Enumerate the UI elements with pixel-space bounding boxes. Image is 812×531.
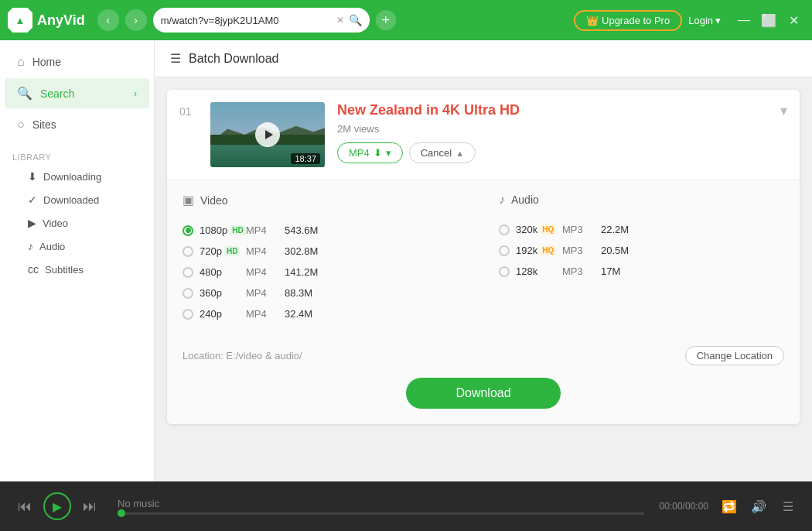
audio-col-title: Audio xyxy=(511,194,539,206)
sidebar-downloading-label: Downloading xyxy=(43,171,101,183)
prev-button[interactable]: ⏮ xyxy=(12,494,37,519)
radio-480p-wrap[interactable] xyxy=(183,267,200,278)
cancel-label: Cancel xyxy=(421,147,452,159)
cancel-chevron-icon: ▲ xyxy=(455,149,464,158)
size-192k: 20.5M xyxy=(601,245,629,256)
downloading-icon: ⬇ xyxy=(28,170,37,183)
video-col-title: Video xyxy=(200,194,228,207)
expand-icon[interactable]: ▾ xyxy=(780,102,787,119)
radio-360p[interactable] xyxy=(183,288,193,299)
video-thumbnail: 18:37 xyxy=(210,102,325,167)
video-views: 2M views xyxy=(337,123,787,135)
change-location-button[interactable]: Change Location xyxy=(685,346,784,365)
batch-header: ☰ Batch Download xyxy=(155,40,812,77)
player-controls: ⏮ ▶ ⏭ xyxy=(12,492,102,520)
url-search-icon[interactable]: 🔍 xyxy=(349,14,362,26)
hq-badge-192k: HQ xyxy=(540,245,556,255)
fmt-mp4-720p: MP4 xyxy=(246,245,285,257)
radio-320k-wrap[interactable] xyxy=(499,224,516,235)
radio-192k-wrap[interactable] xyxy=(499,245,516,256)
sidebar-downloaded-label: Downloaded xyxy=(43,194,99,206)
res-360p: 360p xyxy=(200,287,246,299)
url-bar[interactable]: m/watch?v=8jypK2U1AM0 ✕ 🔍 xyxy=(153,8,370,33)
close-button[interactable]: ✕ xyxy=(783,9,804,31)
format-columns: ▣ Video 1080pHD MP4 543.6M xyxy=(183,193,784,324)
res-480p: 480p xyxy=(200,266,246,278)
format-row-1080p: 1080pHD MP4 543.6M xyxy=(183,220,468,241)
radio-128k[interactable] xyxy=(499,266,510,277)
nav-forward-button[interactable]: › xyxy=(125,9,147,31)
size-480p: 141.2M xyxy=(285,266,318,278)
radio-720p[interactable] xyxy=(183,246,193,257)
radio-1080p-wrap[interactable] xyxy=(183,225,200,236)
hq-badge-320k: HQ xyxy=(540,224,556,235)
radio-360p-wrap[interactable] xyxy=(183,288,200,299)
nav-back-button[interactable]: ‹ xyxy=(97,9,119,31)
mp4-button[interactable]: MP4 ⬇ ▾ xyxy=(337,142,403,163)
res-320k: 320kHQ xyxy=(516,224,562,235)
format-row-240p: 240p MP4 32.4M xyxy=(183,303,468,324)
volume-button[interactable]: 🔊 xyxy=(747,495,770,518)
fmt-mp4-360p: MP4 xyxy=(246,287,285,299)
sidebar-item-downloaded[interactable]: ✓ Downloaded xyxy=(0,188,154,211)
play-pause-button[interactable]: ▶ xyxy=(43,492,71,520)
playlist-button[interactable]: ☰ xyxy=(776,495,800,518)
sidebar-subtitles-label: Subtitles xyxy=(45,264,84,276)
sidebar-item-home[interactable]: ⌂ Home xyxy=(5,47,149,77)
video-icon: ▶ xyxy=(28,217,36,229)
download-button[interactable]: Download xyxy=(406,378,561,409)
cancel-button[interactable]: Cancel ▲ xyxy=(409,142,476,163)
download-arrow-icon: ⬇ xyxy=(374,147,382,159)
video-title: New Zealand in 4K Ultra HD xyxy=(337,102,787,118)
res-720p: 720pHD xyxy=(200,245,246,257)
player-extra-controls: 🔁 🔊 ☰ xyxy=(718,495,800,518)
radio-720p-wrap[interactable] xyxy=(183,246,200,257)
radio-240p-wrap[interactable] xyxy=(183,309,200,320)
audio-col-header: ♪ Audio xyxy=(499,193,784,210)
main-layout: ⌂ Home 🔍 Search › ○ Sites Library ⬇ Down… xyxy=(0,40,812,481)
video-col-icon: ▣ xyxy=(183,193,194,207)
radio-192k[interactable] xyxy=(499,245,510,256)
sidebar-sites-label: Sites xyxy=(32,118,56,131)
progress-bar[interactable] xyxy=(118,512,644,515)
upgrade-button[interactable]: 👑 Upgrade to Pro xyxy=(574,10,682,31)
audio-col-icon: ♪ xyxy=(499,193,505,207)
hd-badge-720p: HD xyxy=(224,246,240,256)
radio-320k[interactable] xyxy=(499,224,510,235)
minimize-button[interactable]: — xyxy=(733,9,755,31)
sidebar-item-sites[interactable]: ○ Sites xyxy=(5,110,149,139)
library-section-label: Library xyxy=(0,146,154,165)
sidebar-item-downloading[interactable]: ⬇ Downloading xyxy=(0,165,154,188)
size-128k: 17M xyxy=(601,266,620,277)
mp4-label: MP4 xyxy=(349,147,370,159)
card-header: 01 18:37 New Zea xyxy=(167,90,800,180)
maximize-button[interactable]: ⬜ xyxy=(758,9,780,31)
sidebar-audio-label: Audio xyxy=(39,241,65,252)
subtitles-icon: cc xyxy=(28,263,39,276)
titlebar: ▲ AnyVid ‹ › m/watch?v=8jypK2U1AM0 ✕ 🔍 +… xyxy=(0,0,812,40)
next-button[interactable]: ⏭ xyxy=(77,494,102,519)
radio-128k-wrap[interactable] xyxy=(499,266,516,277)
radio-1080p[interactable] xyxy=(183,225,193,236)
res-128k: 128k xyxy=(516,266,562,277)
size-360p: 88.3M xyxy=(285,287,312,299)
play-icon[interactable] xyxy=(255,122,280,147)
login-label: Login xyxy=(688,15,713,26)
format-row-128k: 128k MP3 17M xyxy=(499,261,784,282)
login-button[interactable]: Login ▾ xyxy=(688,15,721,26)
video-col-header: ▣ Video xyxy=(183,193,468,211)
sidebar-item-audio[interactable]: ♪ Audio xyxy=(0,235,154,258)
url-text: m/watch?v=8jypK2U1AM0 xyxy=(161,15,332,26)
card-area: 01 18:37 New Zea xyxy=(155,77,812,481)
video-index: 01 xyxy=(179,102,198,118)
radio-480p[interactable] xyxy=(183,267,193,278)
radio-240p[interactable] xyxy=(183,309,193,320)
add-tab-button[interactable]: + xyxy=(376,10,396,30)
size-720p: 302.8M xyxy=(285,245,318,257)
video-format-column: ▣ Video 1080pHD MP4 543.6M xyxy=(183,193,468,324)
sidebar-item-subtitles[interactable]: cc Subtitles xyxy=(0,258,154,281)
sidebar-item-search[interactable]: 🔍 Search › xyxy=(5,78,149,108)
url-close-icon[interactable]: ✕ xyxy=(336,15,344,26)
repeat-button[interactable]: 🔁 xyxy=(718,495,741,518)
sidebar-item-video[interactable]: ▶ Video xyxy=(0,211,154,235)
